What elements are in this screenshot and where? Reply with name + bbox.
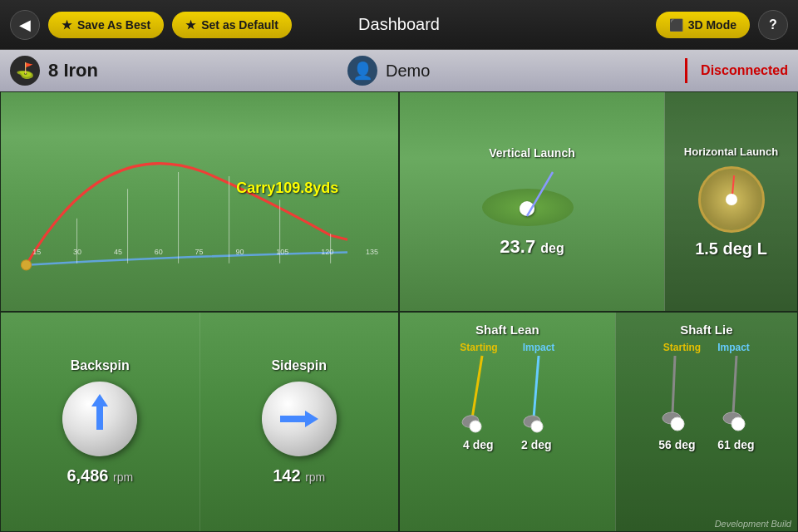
svg-line-11 bbox=[534, 356, 539, 418]
user-icon: 👤 bbox=[347, 56, 377, 86]
svg-line-17 bbox=[733, 356, 736, 414]
shaft-lean-starting-value: 4 deg bbox=[463, 438, 494, 451]
svg-point-13 bbox=[531, 421, 543, 432]
trajectory-svg bbox=[1, 92, 398, 311]
star-icon-2: ★ bbox=[185, 18, 196, 32]
svg-line-8 bbox=[472, 356, 482, 418]
shaft-lie-impact-value: 61 deg bbox=[717, 438, 754, 451]
svg-point-10 bbox=[470, 421, 481, 432]
horizontal-launch-circle bbox=[698, 166, 765, 233]
svg-point-16 bbox=[671, 417, 684, 431]
shaft-lie-clubs: 56 deg bbox=[654, 360, 759, 451]
trajectory-panel: Carry109.8yds 15 30 45 60 75 90 105 120 … bbox=[0, 91, 399, 312]
backspin-title: Backspin bbox=[71, 358, 130, 373]
shaft-lean-starting-club: 4 deg bbox=[457, 352, 499, 451]
star-icon: ★ bbox=[62, 18, 72, 32]
help-button[interactable]: ? bbox=[758, 10, 788, 40]
club-icon: ⛳ bbox=[10, 56, 40, 86]
club-info: ⛳ 8 Iron bbox=[10, 56, 347, 86]
sidespin-arrow-body bbox=[280, 416, 305, 422]
club-name: 8 Iron bbox=[48, 60, 98, 81]
horizontal-launch-title: Horizontal Launch bbox=[684, 145, 778, 158]
backspin-arrow bbox=[91, 394, 108, 430]
lie-impact-svg bbox=[713, 352, 759, 435]
vertical-launch-visual bbox=[474, 168, 590, 226]
shaft-lie-impact-club: 61 deg bbox=[713, 352, 759, 451]
starting-club-svg bbox=[457, 352, 499, 435]
box-icon: ⬛ bbox=[669, 18, 683, 32]
status-divider bbox=[685, 58, 687, 83]
topbar: ◀ ★ Save As Best ★ Set as Default Dashbo… bbox=[0, 0, 798, 50]
3d-mode-button[interactable]: ⬛ 3D Mode bbox=[656, 12, 750, 38]
sidespin-arrow-head bbox=[305, 411, 318, 427]
statusbar: ⛳ 8 Iron 👤 Demo Disconnected bbox=[0, 50, 798, 91]
svg-point-6 bbox=[21, 260, 31, 270]
vertical-launch-title: Vertical Launch bbox=[489, 146, 574, 160]
save-best-button[interactable]: ★ Save As Best bbox=[48, 12, 164, 38]
shaft-lie-starting-club: 56 deg bbox=[654, 352, 700, 451]
backspin-value: 6,486 rpm bbox=[66, 466, 133, 485]
backspin-arrow-head bbox=[91, 394, 108, 406]
backspin-arrow-body bbox=[96, 406, 103, 430]
lie-starting-svg bbox=[654, 352, 700, 435]
svg-point-19 bbox=[732, 417, 745, 431]
shaft-panel: Shaft Lean Starting Impact bbox=[399, 312, 798, 532]
sidespin-arrow bbox=[280, 411, 318, 427]
shaft-lie-title: Shaft Lie bbox=[680, 323, 732, 337]
svg-line-7 bbox=[527, 172, 553, 216]
shaft-lean-clubs: 4 deg bbox=[457, 360, 557, 451]
sidespin-area: Sidespin 142 rpm bbox=[200, 313, 399, 531]
connection-status: Disconnected bbox=[685, 58, 788, 83]
backspin-ball bbox=[62, 382, 137, 456]
set-default-button[interactable]: ★ Set as Default bbox=[172, 12, 292, 38]
main-grid: Carry109.8yds 15 30 45 60 75 90 105 120 … bbox=[0, 91, 798, 532]
launch-panel: Vertical Launch 23.7 deg bbox=[399, 91, 798, 312]
shaft-lie-area: Shaft Lie Starting Impact bbox=[615, 313, 797, 531]
shaft-lie-starting-value: 56 deg bbox=[658, 438, 695, 451]
horizontal-launch-value: 1.5 deg L bbox=[695, 239, 767, 259]
page-title: Dashboard bbox=[358, 15, 440, 34]
vl-trajectory-svg bbox=[474, 168, 590, 226]
shaft-lean-impact-value: 2 deg bbox=[521, 438, 552, 451]
horizontal-launch-area: Horizontal Launch 1.5 deg L bbox=[664, 92, 797, 311]
topbar-left: ◀ ★ Save As Best ★ Set as Default bbox=[10, 10, 292, 40]
impact-club-svg bbox=[515, 352, 557, 435]
spin-section: Backspin 6,486 rpm Sidespin bbox=[1, 313, 398, 531]
svg-line-14 bbox=[672, 356, 675, 414]
sidespin-value: 142 rpm bbox=[273, 466, 325, 485]
user-name: Demo bbox=[386, 62, 430, 81]
dev-build-label: Development Build bbox=[715, 519, 791, 529]
shaft-section: Shaft Lean Starting Impact bbox=[400, 313, 797, 531]
shaft-lean-area: Shaft Lean Starting Impact bbox=[400, 313, 615, 531]
sidespin-title: Sidespin bbox=[271, 358, 327, 373]
carry-label: Carry109.8yds bbox=[236, 180, 338, 197]
hl-ball bbox=[726, 194, 737, 205]
vertical-launch-area: Vertical Launch 23.7 deg bbox=[400, 92, 664, 311]
launch-section: Vertical Launch 23.7 deg bbox=[400, 92, 797, 311]
yardage-markers: 15 30 45 60 75 90 105 120 135 bbox=[32, 248, 378, 256]
shaft-lean-impact-club: 2 deg bbox=[515, 352, 557, 451]
back-button[interactable]: ◀ bbox=[10, 10, 40, 40]
user-info: 👤 Demo bbox=[347, 56, 685, 86]
backspin-area: Backspin 6,486 rpm bbox=[1, 313, 200, 531]
connection-label: Disconnected bbox=[701, 63, 788, 78]
shaft-lean-title: Shaft Lean bbox=[475, 323, 539, 337]
sidespin-ball bbox=[262, 382, 337, 456]
spin-panel: Backspin 6,486 rpm Sidespin bbox=[0, 312, 399, 532]
topbar-right: ⬛ 3D Mode ? bbox=[656, 10, 788, 40]
vertical-launch-value: 23.7 deg bbox=[500, 236, 564, 258]
